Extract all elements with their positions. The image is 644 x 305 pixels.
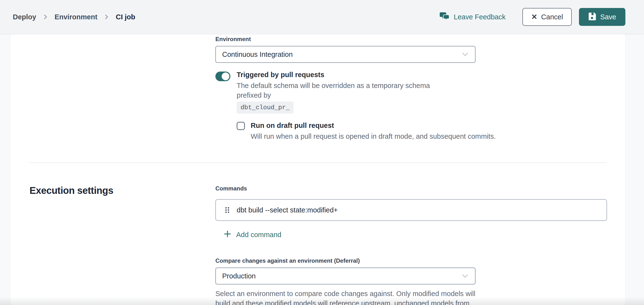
close-icon: ✕ — [531, 13, 537, 20]
draft-pr-description: Will run when a pull request is opened i… — [251, 132, 496, 141]
deferral-select-value: Production — [222, 272, 256, 280]
floppy-save-icon — [588, 12, 596, 22]
draft-pr-label: Run on draft pull request — [251, 121, 496, 130]
draft-pr-row: Run on draft pull request Will run when … — [237, 121, 626, 141]
environment-field-group: Environment Continuous Integration Trigg… — [10, 36, 626, 141]
deferral-field-group: Compare changes against an environment (… — [216, 258, 607, 305]
deferral-help-text: Select an environment to compare code ch… — [216, 289, 476, 305]
execution-settings-heading: Execution settings — [30, 185, 216, 305]
deferral-label: Compare changes against an environment (… — [216, 258, 607, 264]
pr-trigger-description: The default schema will be overridden as… — [237, 81, 454, 114]
toggle-knob — [222, 72, 230, 80]
leave-feedback-label: Leave Feedback — [454, 13, 506, 21]
breadcrumb-deploy[interactable]: Deploy — [13, 13, 36, 21]
pr-trigger-toggle[interactable] — [216, 72, 230, 81]
commands-label: Commands — [216, 185, 607, 192]
schema-prefix-code: dbt_cloud_pr_ — [237, 102, 294, 114]
cancel-button[interactable]: ✕ Cancel — [522, 8, 572, 26]
plus-icon — [224, 230, 231, 240]
job-settings-content: Environment Continuous Integration Trigg… — [10, 34, 626, 305]
environment-label: Environment — [216, 36, 626, 42]
topbar-actions: Leave Feedback ✕ Cancel Save — [440, 8, 626, 26]
leave-feedback-button[interactable]: Leave Feedback — [440, 12, 506, 22]
breadcrumb: Deploy Environment CI job — [13, 13, 135, 21]
chevron-right-icon — [105, 14, 108, 20]
add-command-button[interactable]: Add command — [224, 230, 282, 240]
command-text: dbt build --select state:modified+ — [237, 206, 338, 214]
add-command-label: Add command — [236, 231, 282, 239]
section-divider — [30, 162, 607, 163]
environment-select[interactable]: Continuous Integration — [216, 46, 476, 63]
feedback-bubbles-icon — [440, 12, 450, 22]
save-label: Save — [600, 13, 616, 21]
top-bar: Deploy Environment CI job Leave Feedback… — [0, 0, 644, 34]
draft-pr-checkbox[interactable] — [237, 122, 245, 130]
deferral-select[interactable]: Production — [216, 268, 476, 284]
pr-trigger-row: Triggered by pull requests The default s… — [216, 70, 626, 114]
chevron-right-icon — [44, 14, 48, 20]
pr-trigger-description-text: The default schema will be overridden as… — [237, 82, 430, 99]
cancel-label: Cancel — [541, 13, 563, 21]
breadcrumb-ci-job: CI job — [116, 13, 136, 21]
save-button[interactable]: Save — [579, 8, 626, 26]
chevron-down-icon — [462, 272, 469, 280]
drag-handle-icon[interactable] — [224, 206, 230, 214]
pr-trigger-label: Triggered by pull requests — [237, 70, 454, 79]
environment-select-value: Continuous Integration — [222, 50, 293, 58]
command-input-row[interactable]: dbt build --select state:modified+ — [216, 199, 607, 221]
chevron-down-icon — [462, 50, 469, 58]
execution-settings-section: Execution settings Commands dbt build --… — [10, 185, 626, 305]
breadcrumb-environment[interactable]: Environment — [55, 13, 98, 21]
